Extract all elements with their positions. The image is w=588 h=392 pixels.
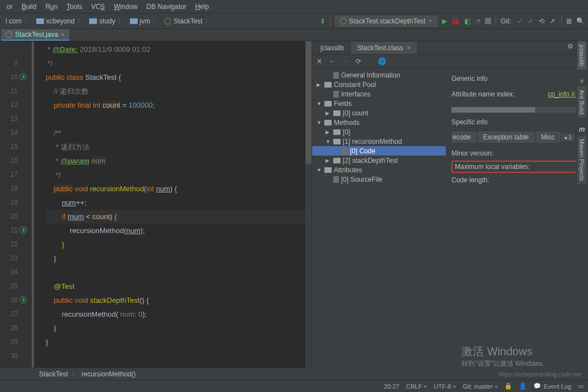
tab-pager[interactable]: ◂ 1 (561, 134, 574, 141)
close-x-icon[interactable]: ✕ (317, 57, 322, 65)
tree-node[interactable]: ▼Methods (312, 118, 446, 127)
maven-m-icon: m (579, 125, 585, 133)
crumb-xcbeyond[interactable]: xcbeyond〉 (34, 15, 86, 27)
ant-icon: ≡ (580, 78, 584, 84)
folder-icon (89, 18, 97, 24)
build-hammer-icon[interactable]: ⬇ (320, 17, 325, 25)
tree-node[interactable]: [0] SourceFile (312, 175, 446, 184)
tree-node[interactable]: [0] Code (312, 146, 446, 156)
panel-toolbar: ✕ ← → ⟳ 🌐 (312, 55, 588, 68)
menu-dbnav[interactable]: DB Navigator (142, 2, 191, 12)
git-history-icon[interactable]: ⟲ (539, 17, 545, 25)
status-bar: 20:27 CRLF ÷ UTF-8 ÷ Git: master ÷ 🔒 👤 💬… (0, 380, 588, 392)
toolbar-right: ⬇ StackTest.stackDepthTest ▼ ▶ 🐞 ◧ ◔ Git… (320, 16, 585, 27)
menu-bar: or Build Run Tools VCS Window DB Navigat… (0, 0, 588, 13)
crumb-stacktest[interactable]: StackTest〉 (162, 15, 213, 27)
detail-pane: Generic info Attribute name index: cp_in… (446, 68, 588, 380)
generic-info-title: Generic info (451, 75, 582, 83)
git-commit-icon[interactable]: ✓ (528, 17, 533, 25)
tool-ant[interactable]: Ant Build (577, 86, 586, 118)
man-icon[interactable]: 👤 (519, 383, 527, 390)
code-area[interactable]: * @Date: 2019/11/9 0009 01:02 */public c… (35, 41, 312, 380)
git-revert-icon[interactable]: ↗ (550, 17, 555, 25)
detail-row: Minor version:2 (451, 147, 582, 159)
balloon-icon: 💬 (533, 383, 541, 390)
tree-node[interactable]: General Information (312, 70, 446, 80)
crumb-com[interactable]: l com〉 (3, 15, 33, 27)
tree-node[interactable]: ▶Constant Pool (312, 80, 446, 89)
tab-misc[interactable]: Misc (536, 132, 561, 143)
bc-class[interactable]: StackTest (39, 370, 68, 378)
class-tree[interactable]: General Information▶Constant PoolInterfa… (312, 68, 446, 380)
search-icon[interactable]: 🔍 (576, 17, 585, 25)
menu-help[interactable]: Help (191, 2, 213, 12)
detail-row: Code length:15 (451, 174, 582, 186)
crumb-study[interactable]: study〉 (87, 15, 127, 27)
editor-tab-stacktest[interactable]: StackTest.java × (1, 29, 69, 41)
menu-run[interactable]: Run (41, 2, 62, 12)
h-scrollbar[interactable] (451, 107, 582, 113)
tree-node[interactable]: ▼[1] recursionMethod (312, 137, 446, 146)
line-gutter: 9101112131415161718192021222324252627282… (0, 41, 29, 380)
forward-icon[interactable]: → (342, 57, 349, 65)
menu-vcs[interactable]: VCS (86, 2, 109, 12)
tool-maven[interactable]: Maven Projects (577, 135, 586, 185)
tree-node[interactable]: ▼Fields (312, 99, 446, 108)
menu-or[interactable]: or (2, 2, 17, 12)
chevron-down-icon: ▼ (427, 18, 433, 24)
tree-node[interactable]: ▶[0] (312, 127, 446, 137)
tab-jclasslib[interactable]: jclasslib (314, 42, 350, 54)
detail-row: Maximum local variables:2 (451, 161, 582, 173)
breadcrumbs: l com〉 xcbeyond〉 study〉 jvm〉 StackTest〉 (3, 15, 213, 27)
git-label: Git: (500, 17, 511, 25)
tab-classfile[interactable]: StackTest.class× (351, 42, 417, 54)
test-icon (340, 18, 347, 25)
right-tool-strip: jclasslib ≡ Ant Build m Maven Projects (576, 41, 588, 184)
editor-breadcrumb: StackTest 〉 recursionMethod() (0, 367, 312, 380)
git-update-icon[interactable]: ✓ (517, 17, 523, 25)
editor[interactable]: 9101112131415161718192021222324252627282… (0, 41, 312, 380)
close-icon[interactable]: × (407, 44, 411, 52)
specific-info-title: Specific info (451, 118, 582, 126)
close-tab-icon[interactable]: × (61, 31, 64, 38)
tree-node[interactable]: ▼Attributes (312, 165, 446, 175)
status-branch[interactable]: Git: master ÷ (463, 383, 498, 390)
java-class-icon (6, 31, 12, 38)
refresh-icon[interactable]: ⟳ (356, 57, 361, 65)
event-log[interactable]: 💬Event Log (533, 383, 571, 390)
jclasslib-panel: jclasslib StackTest.class× ⚙ — ✕ ← → ⟳ 🌐… (312, 41, 588, 380)
menu-tools[interactable]: Tools (62, 2, 86, 12)
mem-icon[interactable]: ▭ (578, 383, 584, 390)
debug-icon[interactable]: 🐞 (451, 17, 460, 25)
crumb-jvm[interactable]: jvm〉 (128, 15, 162, 27)
lock-icon[interactable]: 🔒 (504, 383, 512, 390)
tab-bytecode[interactable]: ecode (451, 132, 477, 143)
editor-scrollbar[interactable] (305, 41, 312, 380)
coverage-icon[interactable]: ◧ (464, 17, 470, 25)
attr-name-row: Attribute name index: cp_info #12 (451, 88, 582, 100)
gear-icon[interactable]: ⚙ (567, 42, 574, 50)
tree-node[interactable]: ▶[0] count (312, 108, 446, 118)
tree-node[interactable]: ▶[2] stackDepthTest (312, 156, 446, 165)
git-actions: ✓ ✓ ⟲ ↗ (516, 17, 557, 25)
structure-icon[interactable]: ⊞ (566, 17, 572, 25)
panel-tabs: jclasslib StackTest.class× ⚙ — (312, 41, 588, 55)
bc-method[interactable]: recursionMethod() (81, 370, 135, 378)
run-icon[interactable]: ▶ (442, 17, 447, 25)
tree-node[interactable]: Interfaces (312, 89, 446, 99)
folder-icon (36, 18, 44, 24)
stop-icon[interactable] (485, 18, 491, 24)
tab-exception[interactable]: Exception table (478, 132, 534, 143)
tool-jclasslib[interactable]: jclasslib (577, 41, 586, 70)
back-icon[interactable]: ← (329, 57, 336, 65)
status-enc[interactable]: UTF-8 ÷ (434, 383, 456, 390)
profile-icon[interactable]: ◔ (475, 17, 480, 25)
menu-window[interactable]: Window (109, 2, 142, 12)
run-config-selector[interactable]: StackTest.stackDepthTest ▼ (335, 16, 438, 27)
editor-tabs: StackTest.java × (0, 29, 588, 41)
web-icon[interactable]: 🌐 (378, 57, 386, 65)
menu-build[interactable]: Build (17, 2, 41, 12)
nav-bar: l com〉 xcbeyond〉 study〉 jvm〉 StackTest〉 … (0, 13, 588, 29)
status-eol[interactable]: CRLF ÷ (406, 383, 427, 390)
folder-icon (130, 18, 138, 24)
